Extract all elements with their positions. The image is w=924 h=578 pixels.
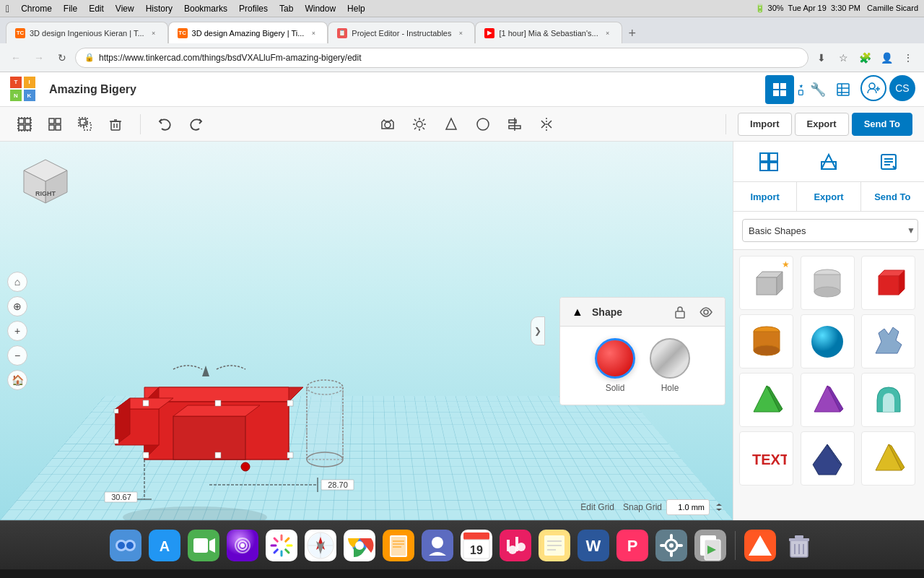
panel-collapse-toggle[interactable]: ▲ bbox=[569, 303, 586, 321]
grid-view-button[interactable] bbox=[765, 75, 794, 104]
dock-word[interactable]: W bbox=[576, 528, 611, 563]
more-icon[interactable]: ⋮ bbox=[898, 48, 918, 68]
home-view-button[interactable]: ⌂ bbox=[7, 272, 27, 292]
browser-tab-3[interactable]: 📋 Project Editor - Instructables × bbox=[328, 22, 475, 43]
redo-button[interactable] bbox=[183, 111, 209, 137]
dock-safari[interactable] bbox=[303, 528, 338, 563]
download-icon[interactable]: ⬇ bbox=[811, 48, 832, 68]
notes-panel-button[interactable] bbox=[871, 144, 906, 179]
panel-export-button[interactable]: Export bbox=[797, 182, 860, 211]
browser-tab-2[interactable]: TC 3D design Amazing Bigery | Ti... × bbox=[168, 22, 328, 43]
tinkercad-logo[interactable]: T I N K bbox=[9, 77, 38, 103]
undo-button[interactable] bbox=[152, 111, 178, 137]
grid-panel-button[interactable] bbox=[751, 144, 786, 179]
panel-import-button[interactable]: Import bbox=[733, 182, 797, 211]
shape-item-arch-teal[interactable] bbox=[861, 373, 915, 427]
dock-facetime[interactable] bbox=[186, 528, 221, 563]
forward-button[interactable]: → bbox=[29, 48, 49, 68]
menu-bookmarks[interactable]: Bookmarks bbox=[184, 4, 227, 14]
shape-tool-button[interactable] bbox=[438, 111, 464, 137]
hole-option[interactable]: Hole bbox=[650, 338, 690, 393]
bookmark-icon[interactable]: ☆ bbox=[833, 48, 853, 68]
shapes-category-dropdown[interactable]: Basic Shapes bbox=[742, 219, 918, 242]
camera-button[interactable] bbox=[375, 111, 401, 137]
mirror-button[interactable] bbox=[533, 111, 559, 137]
shape-item-jagged-blue[interactable] bbox=[861, 314, 915, 368]
shape-panel-button[interactable] bbox=[811, 144, 846, 179]
group-button[interactable] bbox=[12, 111, 38, 137]
export-button[interactable]: Export bbox=[795, 113, 849, 136]
view-cube[interactable]: RIGHT bbox=[20, 156, 71, 207]
menu-tab[interactable]: Tab bbox=[279, 4, 293, 14]
box-view-button[interactable] bbox=[829, 75, 858, 104]
align-button[interactable] bbox=[502, 111, 528, 137]
dock-ibooks[interactable] bbox=[381, 528, 416, 563]
shape-item-box-red[interactable] bbox=[861, 256, 915, 310]
address-box[interactable]: 🔒 https://www.tinkercad.com/things/bsdVX… bbox=[75, 48, 808, 68]
delete-button[interactable] bbox=[103, 111, 128, 137]
dock-calendar[interactable]: 19 bbox=[459, 528, 494, 563]
tab-4-close[interactable]: × bbox=[603, 28, 613, 38]
dock-finder[interactable] bbox=[108, 528, 143, 563]
dock-preview[interactable] bbox=[693, 528, 728, 563]
menu-view[interactable]: View bbox=[116, 4, 134, 14]
import-button[interactable]: Import bbox=[738, 113, 791, 136]
right-panel-collapse-button[interactable]: ❯ bbox=[531, 316, 545, 345]
apple-menu[interactable]:  bbox=[6, 3, 9, 14]
browser-tab-1[interactable]: TC 3D design Ingenious Kieran | T... × bbox=[6, 22, 168, 43]
dock-transmit[interactable] bbox=[743, 528, 777, 563]
browser-tab-4[interactable]: ▶ [1 hour] Mia & Sebastian's... × bbox=[475, 22, 622, 43]
dock-itunes[interactable] bbox=[498, 528, 533, 563]
tab-2-close[interactable]: × bbox=[308, 28, 318, 38]
zoom-in-button[interactable]: + bbox=[7, 321, 27, 341]
shape-item-sphere-blue[interactable] bbox=[801, 314, 855, 368]
shape-visibility-icon[interactable] bbox=[696, 302, 716, 322]
dock-pages[interactable]: P bbox=[615, 528, 650, 563]
new-tab-button[interactable]: + bbox=[622, 23, 642, 43]
tab-1-close[interactable]: × bbox=[149, 28, 159, 38]
dock-speeko[interactable] bbox=[420, 528, 455, 563]
ungroup-button[interactable] bbox=[42, 111, 68, 137]
shape-item-text-red[interactable]: TEXT bbox=[739, 431, 793, 486]
zoom-fit-button[interactable]: ⊕ bbox=[7, 296, 27, 316]
profile-icon[interactable]: 👤 bbox=[876, 48, 897, 68]
dock-systemprefs[interactable] bbox=[654, 528, 689, 563]
dock-siri[interactable] bbox=[225, 528, 260, 563]
menu-edit[interactable]: Edit bbox=[89, 4, 104, 14]
reload-button[interactable]: ↻ bbox=[52, 48, 72, 68]
shape-item-pyramid-green[interactable] bbox=[739, 373, 793, 427]
shape-item-pyramid-purple[interactable] bbox=[801, 373, 855, 427]
panel-sendto-button[interactable]: Send To bbox=[861, 182, 924, 211]
view-home-button[interactable]: 🏠 bbox=[7, 370, 27, 390]
shape-lock-icon[interactable] bbox=[670, 302, 690, 322]
dock-chrome[interactable] bbox=[342, 528, 377, 563]
light-button[interactable] bbox=[406, 111, 432, 137]
dock-photos[interactable] bbox=[264, 528, 299, 563]
add-user-button[interactable] bbox=[860, 75, 886, 101]
menu-help[interactable]: Help bbox=[347, 4, 365, 14]
multigroup-button[interactable] bbox=[72, 111, 98, 137]
shape-item-pyramid-yellow[interactable] bbox=[861, 431, 915, 486]
solid-option[interactable]: Solid bbox=[595, 338, 635, 393]
tab-3-close[interactable]: × bbox=[456, 28, 466, 38]
3d-viewport[interactable]: RIGHT ⌂ ⊕ + − 🏠 bbox=[0, 142, 733, 520]
menu-profiles[interactable]: Profiles bbox=[239, 4, 268, 14]
snap-grid-input[interactable] bbox=[666, 499, 710, 515]
dock-appstore[interactable]: A bbox=[147, 528, 182, 563]
dock-notes[interactable] bbox=[537, 528, 572, 563]
menu-chrome[interactable]: Chrome bbox=[21, 4, 52, 14]
shape-item-prism-blue[interactable] bbox=[801, 431, 855, 486]
edit-grid-button[interactable]: Edit Grid bbox=[580, 502, 614, 512]
menu-window[interactable]: Window bbox=[305, 4, 336, 14]
extension-icon[interactable]: 🧩 bbox=[855, 48, 875, 68]
profile-avatar[interactable]: CS bbox=[889, 75, 915, 101]
menu-history[interactable]: History bbox=[146, 4, 173, 14]
settings-button[interactable]: 🔧 bbox=[797, 75, 826, 104]
sendto-button[interactable]: Send To bbox=[852, 113, 912, 136]
dock-trash[interactable] bbox=[782, 528, 816, 563]
zoom-out-button[interactable]: − bbox=[7, 345, 27, 366]
shape-item-cylinder-gray[interactable] bbox=[801, 256, 855, 310]
shape-item-diagonal-box[interactable]: ★ bbox=[739, 256, 793, 310]
back-button[interactable]: ← bbox=[6, 48, 26, 68]
circle-tool-button[interactable] bbox=[470, 111, 496, 137]
